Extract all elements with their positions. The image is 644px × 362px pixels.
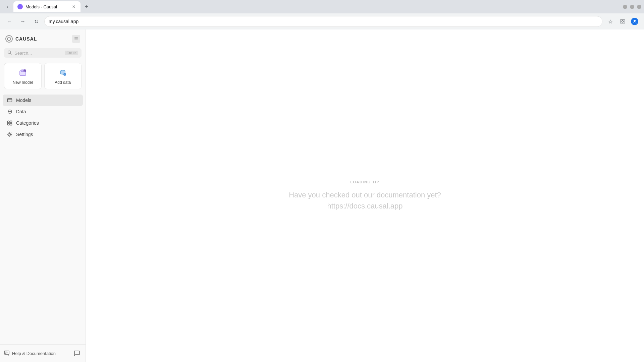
active-tab[interactable]: Models - Causal ✕ <box>13 1 80 12</box>
reload-button[interactable]: ↻ <box>31 16 42 27</box>
tab-list-prev[interactable]: ‹ <box>3 2 12 11</box>
svg-point-18 <box>8 110 11 112</box>
loading-tip-text: Have you checked out our documentation y… <box>289 189 441 212</box>
sidebar-nav: Models Data Categories Settings <box>0 92 86 344</box>
tab-close-button[interactable]: ✕ <box>71 4 76 9</box>
back-button[interactable]: ← <box>4 16 15 27</box>
svg-point-7 <box>8 51 11 54</box>
svg-text:+: + <box>64 74 65 76</box>
svg-rect-6 <box>74 40 78 41</box>
loading-tip-label: LOADING TIP <box>289 180 441 184</box>
sidebar-collapse-button[interactable] <box>72 35 80 43</box>
logo-icon <box>5 35 13 43</box>
add-data-label: Add data <box>55 80 71 85</box>
loading-tip-line1: Have you checked out our documentation y… <box>289 191 441 199</box>
search-bar[interactable]: Search... Ctrl+K <box>4 48 82 58</box>
window-close[interactable] <box>637 5 641 9</box>
svg-rect-5 <box>74 39 78 39</box>
settings-icon <box>7 131 13 137</box>
svg-point-3 <box>7 37 11 41</box>
help-icon <box>4 350 9 357</box>
svg-rect-19 <box>8 121 10 123</box>
app-container: CAUSAL Search... Ctrl+K + <box>0 29 644 362</box>
nav-label-data: Data <box>16 109 26 114</box>
nav-label-settings: Settings <box>16 132 33 137</box>
main-content: LOADING TIP Have you checked out our doc… <box>86 29 644 362</box>
new-model-label: New model <box>13 80 33 85</box>
help-documentation-link[interactable]: Help & Documentation <box>4 350 56 357</box>
tab-title: Models - Causal <box>25 4 68 9</box>
nav-item-categories[interactable]: Categories <box>3 117 83 129</box>
nav-item-data[interactable]: Data <box>3 106 83 117</box>
svg-rect-22 <box>10 123 12 125</box>
loading-tip-area: LOADING TIP Have you checked out our doc… <box>289 180 441 212</box>
nav-item-settings[interactable]: Settings <box>3 129 83 140</box>
nav-item-models[interactable]: Models <box>3 95 83 106</box>
forward-button[interactable]: → <box>17 16 28 27</box>
svg-rect-21 <box>8 123 10 125</box>
browser-chrome: ‹ Models - Causal ✕ + ← → ↻ my.causal.ap… <box>0 0 644 29</box>
nav-label-categories: Categories <box>16 120 39 126</box>
models-icon <box>7 97 13 103</box>
sidebar: CAUSAL Search... Ctrl+K + <box>0 29 86 362</box>
quick-actions: + New model + Add data <box>0 60 86 92</box>
add-data-button[interactable]: + Add data <box>44 63 82 89</box>
svg-rect-20 <box>10 121 12 123</box>
svg-rect-0 <box>620 20 625 23</box>
logo-text: CAUSAL <box>15 36 37 42</box>
svg-point-2 <box>634 20 636 22</box>
window-minimize[interactable] <box>623 5 627 9</box>
categories-icon <box>7 120 13 126</box>
new-tab-button[interactable]: + <box>82 2 91 11</box>
url-text: my.causal.app <box>49 19 598 24</box>
svg-rect-4 <box>74 38 78 38</box>
profile-button[interactable] <box>629 16 640 27</box>
tab-favicon <box>17 4 23 9</box>
address-bar[interactable]: my.causal.app <box>44 16 602 27</box>
search-icon <box>7 50 12 56</box>
svg-point-1 <box>622 21 624 22</box>
sidebar-footer: Help & Documentation <box>0 344 86 362</box>
nav-label-models: Models <box>16 98 31 103</box>
sidebar-header: CAUSAL <box>0 29 86 46</box>
svg-rect-16 <box>8 99 12 102</box>
toolbar-right: ☆ <box>605 16 640 27</box>
chat-button[interactable] <box>72 349 82 358</box>
new-model-icon: + <box>17 67 28 78</box>
tab-bar: ‹ Models - Causal ✕ + <box>0 0 644 13</box>
browser-toolbar: ← → ↻ my.causal.app ☆ <box>0 13 644 29</box>
search-placeholder: Search... <box>14 51 62 56</box>
help-label: Help & Documentation <box>12 351 56 356</box>
svg-point-23 <box>9 134 11 135</box>
window-maximize[interactable] <box>630 5 634 9</box>
new-model-button[interactable]: + New model <box>4 63 42 89</box>
svg-line-8 <box>10 53 11 54</box>
loading-tip-line2: https://docs.causal.app <box>327 202 402 210</box>
add-data-icon: + <box>57 67 68 78</box>
data-nav-icon <box>7 109 13 115</box>
svg-text:+: + <box>24 70 25 72</box>
logo-area: CAUSAL <box>5 35 37 43</box>
bookmark-button[interactable]: ☆ <box>605 16 616 27</box>
tab-group: ‹ Models - Causal ✕ + <box>3 1 91 12</box>
screen-capture-button[interactable] <box>617 16 628 27</box>
search-shortcut: Ctrl+K <box>65 51 78 55</box>
